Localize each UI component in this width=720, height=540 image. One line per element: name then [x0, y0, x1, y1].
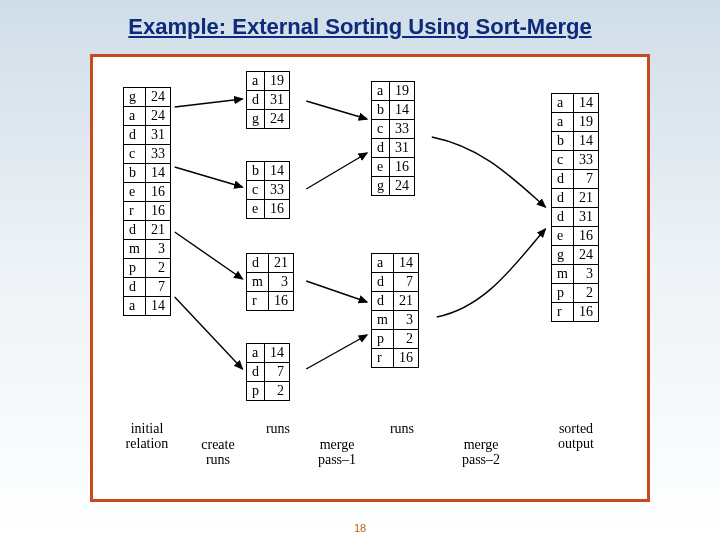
- cell-key: d: [372, 292, 394, 311]
- cell-value: 33: [573, 151, 598, 170]
- cell-key: p: [247, 382, 265, 401]
- table-row: d7: [247, 363, 290, 382]
- cell-key: a: [372, 82, 390, 101]
- cell-value: 31: [573, 208, 598, 227]
- cell-key: e: [552, 227, 574, 246]
- cell-key: b: [552, 132, 574, 151]
- cell-key: b: [247, 162, 265, 181]
- cell-key: d: [124, 221, 146, 240]
- table-row: b14: [552, 132, 599, 151]
- svg-line-4: [306, 101, 367, 119]
- table-row: d7: [124, 278, 171, 297]
- cell-key: m: [124, 240, 146, 259]
- table-row: d7: [552, 170, 599, 189]
- label-initial: initialrelation: [117, 421, 177, 451]
- label-merge-1: mergepass–1: [307, 437, 367, 467]
- cell-key: a: [124, 107, 146, 126]
- table-row: r16: [552, 303, 599, 322]
- table-run1-2: b14c33e16: [246, 161, 290, 219]
- cell-value: 2: [145, 259, 170, 278]
- cell-value: 19: [573, 113, 598, 132]
- table-row: g24: [372, 177, 415, 196]
- cell-value: 14: [145, 297, 170, 316]
- cell-value: 14: [573, 132, 598, 151]
- table-row: p2: [372, 330, 419, 349]
- svg-line-6: [306, 281, 367, 302]
- table-sorted: a14a19b14c33d7d21d31e16g24m3p2r16: [551, 93, 599, 322]
- cell-value: 2: [265, 382, 290, 401]
- cell-key: a: [247, 344, 265, 363]
- cell-value: 14: [265, 344, 290, 363]
- cell-value: 14: [390, 101, 415, 120]
- table-row: a14: [552, 94, 599, 113]
- cell-key: p: [552, 284, 574, 303]
- table-row: e16: [124, 183, 171, 202]
- cell-key: e: [124, 183, 146, 202]
- cell-key: d: [372, 273, 394, 292]
- cell-value: 33: [145, 145, 170, 164]
- cell-value: 19: [265, 72, 290, 91]
- svg-line-3: [175, 297, 243, 369]
- table-row: r16: [372, 349, 419, 368]
- table-row: m3: [247, 273, 294, 292]
- cell-key: a: [247, 72, 265, 91]
- cell-value: 16: [573, 303, 598, 322]
- cell-value: 19: [390, 82, 415, 101]
- cell-value: 24: [573, 246, 598, 265]
- cell-key: c: [372, 120, 390, 139]
- cell-key: c: [552, 151, 574, 170]
- table-row: c33: [372, 120, 415, 139]
- table-row: d31: [372, 139, 415, 158]
- cell-value: 2: [573, 284, 598, 303]
- table-row: b14: [247, 162, 290, 181]
- label-runs-1: runs: [253, 421, 303, 436]
- table-row: a14: [372, 254, 419, 273]
- cell-key: d: [552, 189, 574, 208]
- cell-key: p: [372, 330, 394, 349]
- table-row: d31: [124, 126, 171, 145]
- cell-value: 2: [393, 330, 418, 349]
- cell-key: m: [247, 273, 269, 292]
- table-row: r16: [124, 202, 171, 221]
- table-row: a19: [552, 113, 599, 132]
- cell-key: a: [552, 113, 574, 132]
- svg-line-5: [306, 153, 367, 189]
- cell-key: d: [372, 139, 390, 158]
- slide: Example: External Sorting Using Sort-Mer…: [0, 0, 720, 540]
- cell-key: d: [552, 208, 574, 227]
- table-row: e16: [247, 200, 290, 219]
- cell-key: r: [552, 303, 574, 322]
- cell-value: 21: [573, 189, 598, 208]
- table-run1-1: a19d31g24: [246, 71, 290, 129]
- cell-value: 21: [145, 221, 170, 240]
- cell-value: 24: [145, 107, 170, 126]
- cell-value: 33: [390, 120, 415, 139]
- diagram-frame: g24a24d31c33b14e16r16d21m3p2d7a14 a19d31…: [90, 54, 650, 502]
- cell-key: g: [372, 177, 390, 196]
- label-merge-2: mergepass–2: [451, 437, 511, 467]
- cell-value: 21: [393, 292, 418, 311]
- table-row: b14: [124, 164, 171, 183]
- table-row: a24: [124, 107, 171, 126]
- cell-key: d: [247, 91, 265, 110]
- table-row: c33: [247, 181, 290, 200]
- table-run1-4: a14d7p2: [246, 343, 290, 401]
- svg-line-7: [306, 335, 367, 369]
- cell-value: 31: [145, 126, 170, 145]
- table-row: d21: [552, 189, 599, 208]
- table-row: g24: [552, 246, 599, 265]
- cell-value: 14: [265, 162, 290, 181]
- cell-value: 21: [268, 254, 293, 273]
- cell-value: 16: [145, 183, 170, 202]
- cell-key: e: [247, 200, 265, 219]
- table-row: a14: [124, 297, 171, 316]
- cell-key: e: [372, 158, 390, 177]
- cell-value: 16: [393, 349, 418, 368]
- table-row: r16: [247, 292, 294, 311]
- cell-key: c: [247, 181, 265, 200]
- cell-value: 16: [145, 202, 170, 221]
- cell-value: 14: [145, 164, 170, 183]
- table-row: a19: [372, 82, 415, 101]
- diagram-inner: g24a24d31c33b14e16r16d21m3p2d7a14 a19d31…: [93, 57, 647, 499]
- table-initial: g24a24d31c33b14e16r16d21m3p2d7a14: [123, 87, 171, 316]
